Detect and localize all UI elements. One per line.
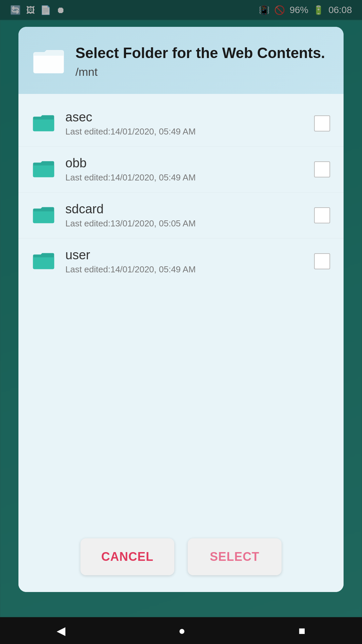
- folder-date-asec: Last edited:14/01/2020, 05:49 AM: [65, 126, 304, 137]
- folder-name-asec: asec: [65, 110, 304, 124]
- folder-icon-user: [32, 251, 55, 271]
- folder-item-asec[interactable]: asec Last edited:14/01/2020, 05:49 AM: [18, 101, 344, 147]
- folder-list: asec Last edited:14/01/2020, 05:49 AM ob…: [18, 94, 344, 525]
- folder-name-obb: obb: [65, 156, 304, 170]
- folder-checkbox-sdcard[interactable]: [314, 207, 330, 223]
- folder-item-sdcard[interactable]: sdcard Last edited:13/01/2020, 05:05 AM: [18, 193, 344, 238]
- header-text: Select Folder for the Web Contents. /mnt: [75, 44, 330, 78]
- folder-icon-sdcard: [32, 205, 55, 225]
- navigation-bar: ◀ ● ■: [0, 617, 362, 644]
- dialog-actions: CANCEL SELECT: [18, 525, 344, 592]
- recents-button[interactable]: ■: [299, 624, 306, 637]
- home-button[interactable]: ●: [178, 624, 185, 637]
- folder-info-asec: asec Last edited:14/01/2020, 05:49 AM: [65, 110, 304, 137]
- folder-icon-obb: [32, 159, 55, 179]
- header-folder-icon: [32, 48, 65, 74]
- select-button[interactable]: SELECT: [188, 538, 282, 575]
- dialog-current-path: /mnt: [75, 65, 330, 78]
- cancel-button[interactable]: CANCEL: [80, 538, 174, 575]
- folder-item-user[interactable]: user Last edited:14/01/2020, 05:49 AM: [18, 238, 344, 284]
- folder-info-sdcard: sdcard Last edited:13/01/2020, 05:05 AM: [65, 202, 304, 229]
- folder-select-dialog: Select Folder for the Web Contents. /mnt…: [18, 27, 344, 592]
- dialog-header: Select Folder for the Web Contents. /mnt: [18, 27, 344, 94]
- folder-date-user: Last edited:14/01/2020, 05:49 AM: [65, 264, 304, 275]
- folder-info-obb: obb Last edited:14/01/2020, 05:49 AM: [65, 156, 304, 183]
- folder-date-sdcard: Last edited:13/01/2020, 05:05 AM: [65, 218, 304, 229]
- folder-info-user: user Last edited:14/01/2020, 05:49 AM: [65, 248, 304, 275]
- dialog-title: Select Folder for the Web Contents.: [75, 44, 330, 62]
- folder-name-user: user: [65, 248, 304, 262]
- folder-date-obb: Last edited:14/01/2020, 05:49 AM: [65, 172, 304, 183]
- folder-name-sdcard: sdcard: [65, 202, 304, 216]
- folder-icon-asec: [32, 113, 55, 133]
- back-button[interactable]: ◀: [57, 624, 65, 637]
- folder-checkbox-user[interactable]: [314, 253, 330, 269]
- folder-checkbox-asec[interactable]: [314, 115, 330, 131]
- folder-checkbox-obb[interactable]: [314, 161, 330, 177]
- folder-item-obb[interactable]: obb Last edited:14/01/2020, 05:49 AM: [18, 147, 344, 193]
